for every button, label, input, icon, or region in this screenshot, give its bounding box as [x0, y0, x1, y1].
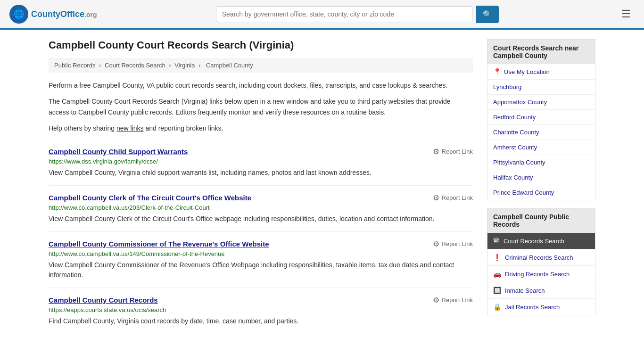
nearby-prince-edward[interactable]: Prince Edward County [487, 185, 595, 200]
result-description: View Campbell County, Virginia child sup… [49, 168, 473, 178]
page-title: Campbell County Court Records Search (Vi… [49, 39, 473, 51]
report-icon: ⚙ [433, 147, 439, 156]
search-input[interactable] [216, 6, 472, 22]
nearby-halifax[interactable]: Halifax County [487, 170, 595, 185]
logo-icon: 🌐 [9, 5, 28, 24]
result-item: Campbell County Commissioner of The Reve… [49, 232, 473, 288]
result-title[interactable]: Campbell County Clerk of The Circuit Cou… [49, 194, 251, 202]
report-icon: ⚙ [433, 239, 439, 248]
breadcrumb-court-records[interactable]: Court Records Search [105, 62, 165, 69]
report-icon: ⚙ [433, 296, 439, 304]
nav-driving-records[interactable]: 🚗 Driving Records Search [487, 266, 595, 282]
result-item: Campbell County Child Support Warrants ⚙… [49, 140, 473, 186]
logo[interactable]: 🌐 CountyOffice.org [9, 5, 97, 24]
nearby-pittsylvania[interactable]: Pittsylvania County [487, 155, 595, 170]
result-title[interactable]: Campbell County Commissioner of The Reve… [49, 240, 269, 248]
result-description: Find Campbell County, Virginia court rec… [49, 316, 473, 326]
result-url[interactable]: https://eapps.courts.state.va.us/ocis/se… [49, 306, 473, 313]
result-url[interactable]: https://www.dss.virginia.gov/family/dcse… [49, 158, 473, 165]
description-1: Perform a free Campbell County, VA publi… [49, 80, 473, 90]
logo-text: CountyOffice.org [31, 9, 97, 19]
breadcrumb: Public Records › Court Records Search › … [49, 58, 473, 73]
breadcrumb-public-records[interactable]: Public Records [54, 62, 95, 69]
hamburger-icon: ☰ [621, 8, 631, 20]
sidebar: Court Records Search near Campbell Count… [487, 39, 595, 334]
criminal-icon: ❗ [493, 254, 501, 261]
nearby-bedford[interactable]: Bedford County [487, 110, 595, 125]
nav-criminal-records[interactable]: ❗ Criminal Records Search [487, 249, 595, 266]
nearby-charlotte[interactable]: Charlotte County [487, 125, 595, 140]
nearby-lynchburg[interactable]: Lynchburg [487, 80, 595, 95]
nearby-header: Court Records Search near Campbell Count… [487, 40, 595, 64]
result-description: View Campbell County Commissioner of the… [49, 260, 473, 280]
report-icon: ⚙ [433, 193, 439, 202]
driving-icon: 🚗 [493, 270, 501, 278]
result-url[interactable]: http://www.co.campbell.va.us/203/Clerk-o… [49, 204, 473, 211]
jail-icon: 🔒 [493, 303, 501, 311]
menu-button[interactable]: ☰ [618, 6, 635, 22]
report-link-2[interactable]: ⚙ Report Link [433, 239, 473, 248]
location-icon: 📍 [493, 68, 501, 75]
inmate-icon: 🔲 [493, 287, 501, 294]
results-list: Campbell County Child Support Warrants ⚙… [49, 140, 473, 334]
breadcrumb-campbell: Campbell County [206, 62, 253, 69]
nearby-appomattox[interactable]: Appomattox County [487, 95, 595, 110]
report-link-3[interactable]: ⚙ Report Link [433, 296, 473, 304]
result-description: View Campbell County Clerk of the Circui… [49, 214, 473, 224]
description-3: Help others by sharing new links and rep… [49, 123, 473, 133]
result-url[interactable]: http://www.co.campbell.va.us/149/Commiss… [49, 250, 473, 257]
nav-inmate-search[interactable]: 🔲 Inmate Search [487, 282, 595, 299]
result-item: Campbell County Court Records ⚙ Report L… [49, 288, 473, 334]
result-title[interactable]: Campbell County Court Records [49, 296, 158, 304]
court-icon: 🏛 [493, 237, 500, 245]
report-link-1[interactable]: ⚙ Report Link [433, 193, 473, 202]
public-records-header: Campbell County Public Records [487, 208, 595, 233]
search-icon: 🔍 [483, 10, 492, 18]
use-my-location[interactable]: 📍 Use My Location [487, 64, 595, 80]
use-my-location-link[interactable]: Use My Location [504, 68, 550, 75]
nearby-amherst[interactable]: Amherst County [487, 140, 595, 155]
report-link-0[interactable]: ⚙ Report Link [433, 147, 473, 156]
result-title[interactable]: Campbell County Child Support Warrants [49, 148, 188, 156]
search-button[interactable]: 🔍 [476, 6, 499, 23]
breadcrumb-virginia[interactable]: Virginia [174, 62, 195, 69]
public-records-section: Campbell County Public Records 🏛 Court R… [487, 208, 595, 315]
nav-court-records[interactable]: 🏛 Court Records Search [487, 233, 595, 249]
nearby-section: Court Records Search near Campbell Count… [487, 39, 595, 200]
new-links-link[interactable]: new links [116, 124, 144, 132]
nav-jail-records[interactable]: 🔒 Jail Records Search [487, 299, 595, 315]
result-item: Campbell County Clerk of The Circuit Cou… [49, 186, 473, 232]
description-2: The Campbell County Court Records Search… [49, 96, 473, 117]
